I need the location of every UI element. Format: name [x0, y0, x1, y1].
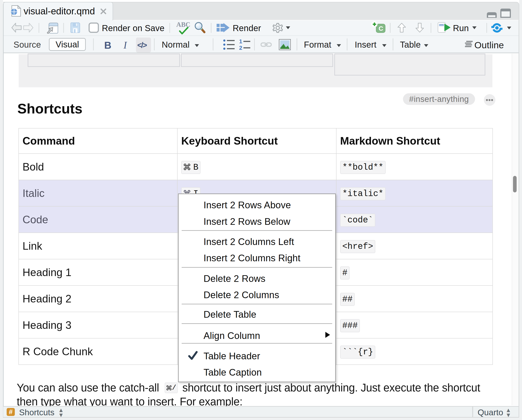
- svg-text:C: C: [378, 25, 383, 32]
- svg-text:2: 2: [239, 45, 242, 51]
- svg-text:1: 1: [239, 39, 242, 45]
